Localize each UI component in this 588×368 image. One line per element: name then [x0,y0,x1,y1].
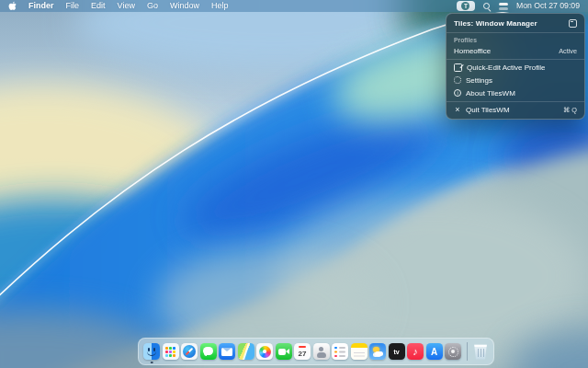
music-glyph: ♪ [407,343,424,360]
apple-menu-icon[interactable] [8,1,17,11]
menu-help[interactable]: Help [211,0,229,12]
gear-icon [454,76,461,84]
trash-dock-icon[interactable] [472,343,489,360]
facetime-dock-icon[interactable] [276,343,292,360]
menu-bar: Finder File Edit View Go Window Help T M… [0,0,588,12]
profiles-section-label: Profiles [447,34,584,44]
mail-dock-icon[interactable] [219,343,235,360]
menu-item-settings[interactable]: Settings [447,74,584,86]
settings-dock-icon[interactable] [445,343,461,360]
contacts-dock-icon[interactable] [313,343,330,360]
divider [447,101,584,102]
tiles-app-icon: T [461,2,469,10]
menu-item-label: Quick-Edit Active Profile [467,63,545,72]
weather-dock-icon[interactable] [369,343,386,360]
finder-dock-icon[interactable] [143,343,160,360]
dock: 27tv♪A [138,338,494,365]
close-icon [454,106,461,114]
menu-item-label: About TilesWM [466,89,515,98]
messages-dock-icon[interactable] [200,343,217,360]
safari-dock-icon[interactable] [181,343,198,360]
info-icon [454,89,461,97]
divider [447,59,584,60]
menu-item-label: Quit TilesWM [466,106,510,114]
spotlight-search-icon[interactable] [482,2,492,11]
menubar-clock[interactable]: Mon Oct 27 09:09 [516,0,580,12]
quit-shortcut: ⌘ Q [563,106,577,114]
profile-status-badge: Active [559,47,577,55]
tiles-menubar-item[interactable]: T [457,1,475,11]
tiles-menu-header: Tiles: Window Manager [447,16,584,30]
notes-dock-icon[interactable] [351,343,368,360]
menu-edit[interactable]: Edit [91,0,106,12]
menu-item-quick-edit[interactable]: Quick-Edit Active Profile [447,61,584,74]
window-icon[interactable] [569,19,577,28]
profile-item-homeoffice[interactable]: Homeoffice Active [447,44,584,57]
music-dock-icon[interactable]: ♪ [407,343,424,360]
launchpad-dock-icon[interactable] [163,343,179,360]
calendar-glyph: 27 [294,343,311,360]
divider [447,32,584,33]
reminders-dock-icon[interactable] [332,343,348,360]
tiles-menu-title: Tiles: Window Manager [454,19,537,28]
appstore-glyph: A [426,343,443,360]
dock-separator [467,342,468,361]
tv-dock-icon[interactable]: tv [389,343,405,360]
maps-dock-icon[interactable] [238,343,254,360]
menu-view[interactable]: View [118,0,135,12]
tiles-menu-panel: Tiles: Window Manager Profiles Homeoffic… [446,13,585,120]
menu-window[interactable]: Window [170,0,199,12]
running-indicator-dot [151,362,153,364]
calendar-dock-icon[interactable]: 27 [294,343,311,360]
appstore-dock-icon[interactable]: A [426,343,443,360]
menu-file[interactable]: File [66,0,80,12]
tv-glyph: tv [389,343,405,360]
profile-name: Homeoffice [454,47,491,55]
menu-item-about[interactable]: About TilesWM [447,86,584,99]
menu-go[interactable]: Go [147,0,158,12]
menu-item-quit[interactable]: Quit TilesWM ⌘ Q [447,103,584,116]
photos-dock-icon[interactable] [256,343,273,360]
edit-icon [454,63,462,72]
control-center-icon[interactable] [499,2,509,10]
menu-finder[interactable]: Finder [28,0,54,12]
menu-item-label: Settings [466,76,492,85]
